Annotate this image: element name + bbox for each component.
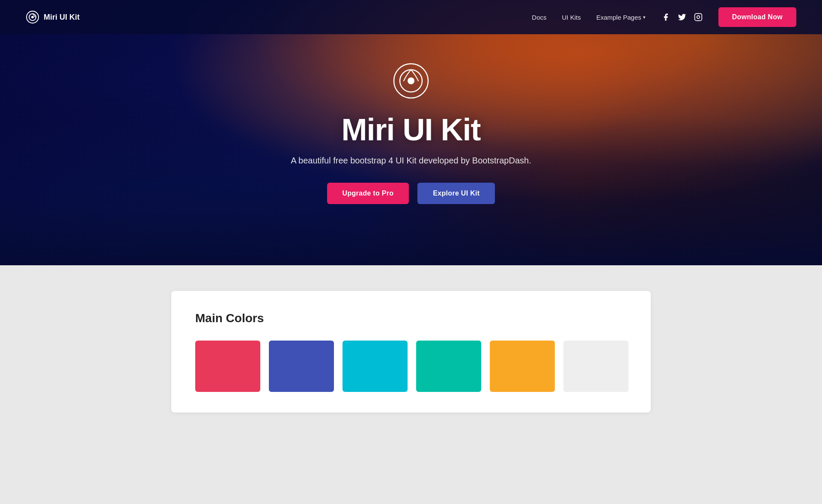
- explore-button[interactable]: Explore UI Kit: [417, 183, 495, 204]
- hero-title: Miri UI Kit: [291, 112, 531, 147]
- hero-content: Miri UI Kit A beautiful free bootstrap 4…: [282, 62, 539, 204]
- color-swatch-blue: [269, 341, 334, 392]
- upgrade-button[interactable]: Upgrade to Pro: [327, 183, 409, 204]
- hero-logo-icon: [392, 62, 430, 100]
- nav-uikits[interactable]: UI Kits: [562, 14, 581, 21]
- color-swatch-cyan: [342, 341, 408, 392]
- svg-point-2: [31, 16, 34, 18]
- colors-title: Main Colors: [195, 311, 627, 325]
- social-icons: [661, 12, 703, 22]
- instagram-icon[interactable]: [694, 12, 703, 22]
- svg-point-7: [408, 77, 414, 84]
- colors-section: Main Colors: [0, 265, 822, 504]
- color-swatch-light-grey: [563, 341, 628, 392]
- navbar: Miri UI Kit Docs UI Kits Example Pages: [0, 0, 822, 34]
- color-swatch-red: [195, 341, 260, 392]
- colors-card: Main Colors: [171, 291, 651, 412]
- svg-rect-3: [694, 14, 702, 21]
- color-swatch-teal: [416, 341, 481, 392]
- brand-icon: [26, 10, 39, 24]
- brand-name: Miri UI Kit: [44, 13, 80, 22]
- color-swatch-amber: [490, 341, 555, 392]
- hero-subtitle: A beautiful free bootstrap 4 UI Kit deve…: [291, 156, 531, 166]
- nav-example-pages[interactable]: Example Pages: [596, 14, 646, 21]
- facebook-icon[interactable]: [661, 12, 670, 22]
- nav-docs[interactable]: Docs: [532, 14, 546, 21]
- download-button[interactable]: Download Now: [718, 7, 796, 27]
- hero-section: Miri UI Kit A beautiful free bootstrap 4…: [0, 0, 822, 265]
- nav-links: Docs UI Kits Example Pages: [532, 7, 796, 27]
- hero-buttons: Upgrade to Pro Explore UI Kit: [291, 183, 531, 204]
- twitter-icon[interactable]: [677, 12, 687, 22]
- brand-logo[interactable]: Miri UI Kit: [26, 10, 80, 24]
- color-swatches: [195, 341, 627, 392]
